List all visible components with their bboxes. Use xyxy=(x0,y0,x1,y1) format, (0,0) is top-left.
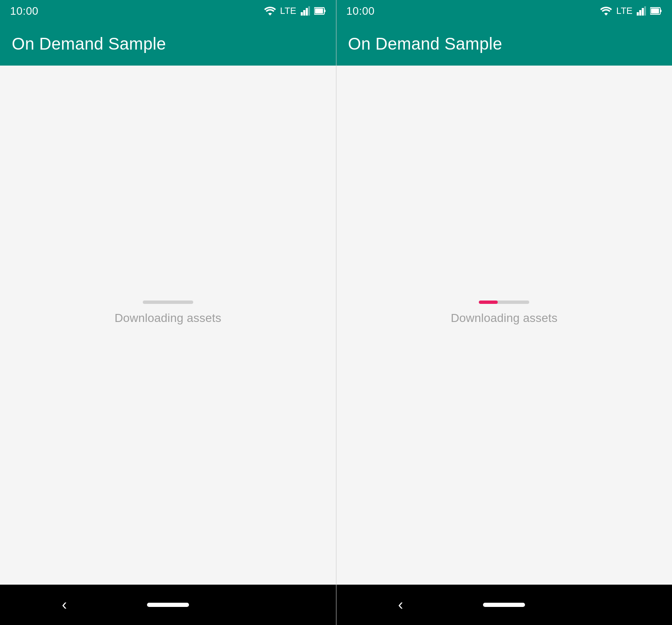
left-app-bar: On Demand Sample xyxy=(0,22,336,66)
phone-container: 10:00 LTE xyxy=(0,0,672,625)
wifi-icon xyxy=(264,6,276,16)
svg-rect-13 xyxy=(651,8,659,13)
right-home-pill[interactable] xyxy=(483,603,525,607)
left-progress-track xyxy=(143,301,193,304)
left-status-bar: 10:00 LTE xyxy=(0,0,336,22)
battery-icon xyxy=(314,6,326,16)
signal-icon-right xyxy=(637,6,646,16)
left-status-icons: LTE xyxy=(264,5,326,16)
left-downloading-text: Downloading assets xyxy=(115,311,221,325)
svg-rect-5 xyxy=(324,10,326,12)
svg-rect-7 xyxy=(637,12,639,16)
svg-rect-3 xyxy=(308,6,310,16)
right-status-icons: LTE xyxy=(600,5,662,16)
lte-text-right: LTE xyxy=(616,5,633,16)
svg-rect-9 xyxy=(642,8,644,16)
right-status-time: 10:00 xyxy=(346,5,375,18)
right-app-bar: On Demand Sample xyxy=(336,22,672,66)
signal-icon xyxy=(301,6,310,16)
svg-rect-10 xyxy=(644,6,646,16)
svg-rect-0 xyxy=(301,12,303,16)
svg-rect-12 xyxy=(660,10,662,12)
right-content: Downloading assets xyxy=(336,66,672,585)
left-home-pill[interactable] xyxy=(147,603,189,607)
phone-right: 10:00 LTE xyxy=(336,0,672,625)
left-app-title: On Demand Sample xyxy=(12,34,166,53)
svg-rect-6 xyxy=(315,8,323,13)
svg-rect-2 xyxy=(306,8,308,16)
left-nav-bar: ‹ xyxy=(0,585,336,625)
left-loading-area: Downloading assets xyxy=(115,301,221,325)
right-status-bar: 10:00 LTE xyxy=(336,0,672,22)
right-nav-bar: ‹ xyxy=(336,585,672,625)
battery-icon-right xyxy=(650,6,662,16)
left-back-arrow-icon: ‹ xyxy=(62,597,67,612)
right-back-arrow-icon: ‹ xyxy=(398,597,403,612)
svg-rect-1 xyxy=(303,10,305,16)
svg-rect-8 xyxy=(639,10,641,16)
left-back-button[interactable]: ‹ xyxy=(52,592,77,617)
right-loading-area: Downloading assets xyxy=(451,301,557,325)
right-progress-track xyxy=(479,301,529,304)
right-back-button[interactable]: ‹ xyxy=(388,592,413,617)
wifi-icon-right xyxy=(600,6,612,16)
left-status-time: 10:00 xyxy=(10,5,39,18)
right-downloading-text: Downloading assets xyxy=(451,311,557,325)
right-app-title: On Demand Sample xyxy=(348,34,502,53)
left-content: Downloading assets xyxy=(0,66,336,585)
phone-left: 10:00 LTE xyxy=(0,0,336,625)
lte-text: LTE xyxy=(280,5,297,16)
right-progress-fill xyxy=(479,301,498,304)
